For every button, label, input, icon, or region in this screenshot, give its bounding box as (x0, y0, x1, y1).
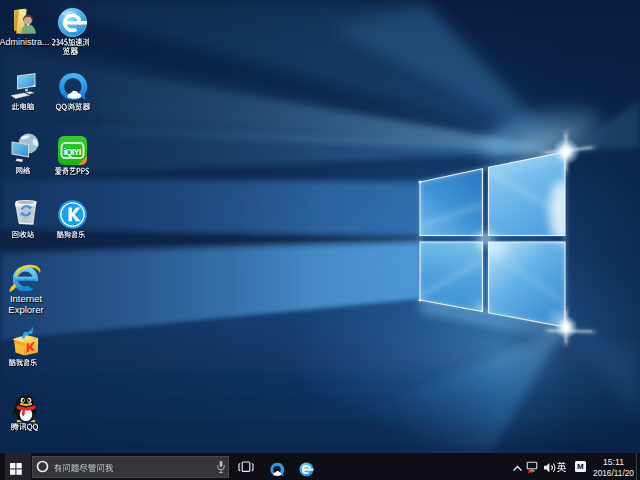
svg-text:iQIYI: iQIYI (64, 147, 81, 157)
